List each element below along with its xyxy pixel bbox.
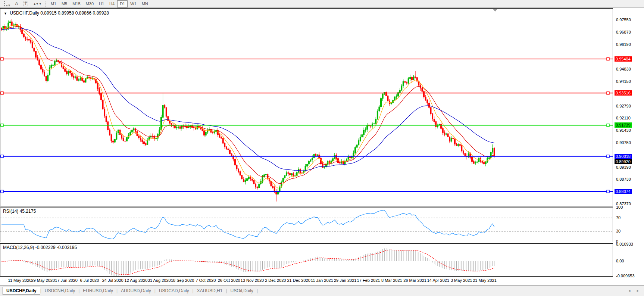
price-tick-label: 0.88730: [616, 177, 631, 181]
hline-handle[interactable]: [1, 155, 3, 158]
price-line-badge: 0.93516: [615, 90, 632, 96]
price-tick-label: 0.96190: [616, 42, 631, 47]
hline-handle[interactable]: [1, 124, 3, 127]
hline-handle[interactable]: [607, 92, 609, 94]
rsi-tick-label: 30: [616, 229, 620, 233]
chart-symbol-ohlc: ▼ USDCHF,Daily 0.89915 0.89958 0.89866 0…: [4, 10, 109, 16]
macd-tick-label: 0.010933: [616, 242, 633, 246]
hline-handle[interactable]: [1, 92, 3, 94]
triangle-down-icon: ▼: [4, 12, 7, 15]
hline-handle[interactable]: [607, 124, 609, 127]
hline-handle[interactable]: [607, 155, 609, 158]
hline-handle[interactable]: [1, 57, 3, 60]
price-tick-label: 0.89390: [616, 165, 631, 169]
chart-symbol: USDCHF,Daily: [10, 10, 39, 16]
price-line-badge: 0.95404: [615, 56, 632, 62]
price-tick-label: 0.92110: [616, 116, 631, 120]
price-tick-label: 0.94830: [616, 67, 631, 71]
macd-tick-label: -0.009653: [616, 274, 635, 278]
hline-handle[interactable]: [607, 57, 609, 60]
price-tick-label: 0.94150: [616, 79, 631, 84]
macd-indicator-label: MACD(12,26,9) -0.002229 -0.003195: [3, 245, 77, 250]
rsi-tick-label: 70: [616, 215, 620, 220]
price-tick-label: 0.97550: [616, 18, 631, 22]
price-line-badge: 0.88074: [615, 189, 632, 194]
price-line-badge: 0.91739: [615, 122, 632, 128]
date-tick-label: 21 May 2021: [470, 278, 500, 283]
price-tick-label: 0.96870: [616, 30, 631, 34]
chart-canvas[interactable]: [0, 0, 644, 296]
price-tick-label: 0.90750: [616, 140, 631, 145]
price-line-badge: 0.90018: [615, 154, 632, 159]
rsi-tick-label: 100: [616, 205, 623, 209]
price-axis[interactable]: 0.975500.968700.961900.948300.941500.927…: [613, 8, 644, 276]
hline-handle[interactable]: [607, 190, 609, 193]
hline-handle[interactable]: [1, 190, 3, 193]
price-tick-label: 0.92790: [616, 104, 631, 108]
price-line-badge: 0.89920: [615, 159, 632, 164]
date-axis[interactable]: 11 May 202029 May 202017 Jun 20206 Jul 2…: [0, 277, 613, 285]
macd-tick-label: 0.00: [616, 259, 624, 263]
chart-ohlc-values: 0.89915 0.89958 0.89866 0.89928: [40, 10, 109, 16]
price-tick-label: 0.91430: [616, 128, 631, 133]
rsi-indicator-label: RSI(14) 45.2175: [3, 209, 36, 214]
